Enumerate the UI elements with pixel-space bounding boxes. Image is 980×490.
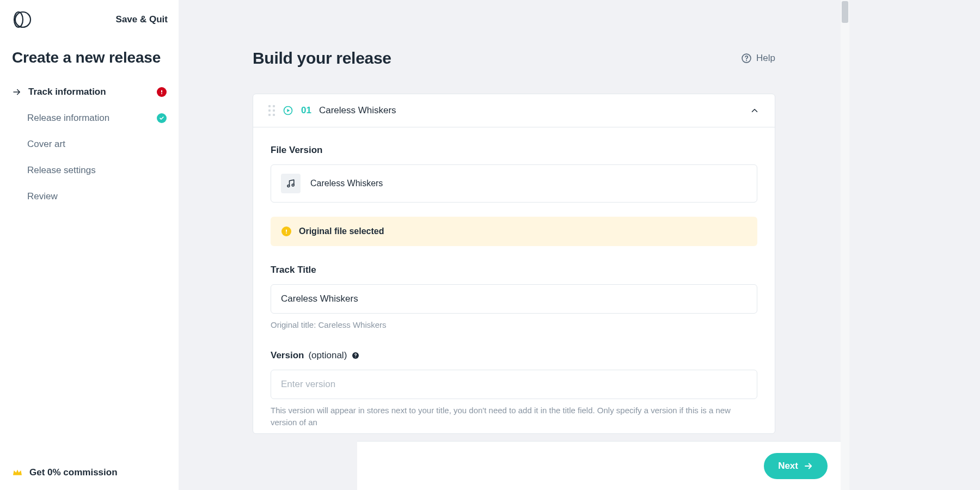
promo-label: Get 0% commission [29, 467, 118, 478]
version-label: Version [271, 350, 304, 361]
nav-label: Release settings [27, 165, 96, 176]
help-label: Help [756, 53, 775, 64]
nav-item-track-information[interactable]: Track information [0, 79, 179, 105]
file-version-section: File Version Careless Whiskers [271, 145, 757, 246]
nav-item-release-settings[interactable]: Release settings [0, 157, 179, 183]
bottom-action-bar: Next [357, 441, 849, 490]
version-optional-label: (optional) [308, 350, 347, 361]
main-scroll[interactable]: Build your release Help [179, 0, 849, 490]
nav-label: Review [27, 191, 58, 202]
sidebar-title: Create a new release [0, 36, 179, 77]
arrow-right-icon [12, 87, 22, 97]
svg-rect-3 [161, 93, 162, 94]
status-badge-ok [157, 113, 167, 123]
nav-sub: Release information Cover art Release se… [0, 105, 179, 210]
version-label-row: Version (optional) [271, 350, 757, 361]
arrow-right-icon [804, 461, 813, 471]
window-scrollbar[interactable] [841, 0, 849, 490]
track-title-hint: Original title: Careless Whiskers [271, 319, 757, 332]
version-section: Version (optional) This version will app… [271, 350, 757, 429]
track-number: 01 [301, 105, 311, 116]
save-quit-button[interactable]: Save & Quit [116, 14, 168, 25]
sidebar-nav: Track information Release information [0, 77, 179, 212]
page-title: Build your release [253, 49, 391, 68]
track-accordion-header[interactable]: 01 Careless Whiskers [253, 94, 775, 127]
track-body: File Version Careless Whiskers [253, 127, 775, 433]
play-circle-icon[interactable] [283, 105, 293, 116]
track-header-left: 01 Careless Whiskers [268, 105, 396, 116]
sidebar: Save & Quit Create a new release Track i… [0, 0, 179, 490]
main: Build your release Help [179, 0, 849, 490]
svg-point-8 [292, 184, 294, 186]
info-icon[interactable] [351, 351, 360, 360]
version-input[interactable] [271, 370, 757, 399]
nav-label: Cover art [27, 139, 65, 150]
svg-point-7 [287, 185, 290, 187]
svg-rect-9 [286, 230, 287, 232]
exclamation-icon [159, 89, 164, 95]
nav-item-review[interactable]: Review [0, 183, 179, 210]
scrollbar-thumb[interactable] [842, 1, 848, 23]
status-badge-error [157, 87, 167, 97]
file-version-selector[interactable]: Careless Whiskers [271, 164, 757, 203]
help-button[interactable]: Help [741, 53, 775, 64]
file-name: Careless Whiskers [310, 179, 383, 188]
warning-icon [281, 226, 291, 236]
file-status-banner: Original file selected [271, 217, 757, 246]
file-version-label: File Version [271, 145, 757, 156]
svg-point-5 [746, 60, 747, 61]
music-file-icon [281, 174, 301, 193]
sidebar-footer-promo[interactable]: Get 0% commission [0, 455, 179, 490]
chevron-up-icon [750, 106, 759, 115]
nav-item-release-information[interactable]: Release information [0, 105, 179, 131]
drag-handle-icon[interactable] [268, 105, 275, 116]
logo-icon [11, 9, 33, 30]
svg-rect-10 [286, 232, 287, 234]
next-label: Next [778, 461, 798, 471]
banner-text: Original file selected [299, 226, 384, 236]
svg-point-12 [356, 357, 356, 357]
nav-label: Track information [28, 87, 106, 97]
content: Build your release Help [253, 0, 775, 456]
help-icon [741, 53, 752, 64]
version-hint: This version will appear in stores next … [271, 405, 757, 429]
track-title-input[interactable] [271, 284, 757, 314]
next-button[interactable]: Next [764, 453, 828, 479]
page-header: Build your release Help [253, 0, 775, 94]
crown-icon [12, 468, 23, 477]
track-name: Careless Whiskers [319, 105, 396, 116]
nav-item-cover-art[interactable]: Cover art [0, 131, 179, 157]
track-title-label: Track Title [271, 265, 757, 275]
sidebar-top: Save & Quit [0, 0, 179, 36]
check-icon [159, 115, 164, 121]
track-title-section: Track Title Original title: Careless Whi… [271, 265, 757, 332]
app-root: Save & Quit Create a new release Track i… [0, 0, 849, 490]
app-logo [11, 9, 33, 30]
svg-rect-2 [161, 90, 162, 93]
nav-label: Release information [27, 113, 109, 124]
track-card: 01 Careless Whiskers File Version [253, 94, 775, 434]
